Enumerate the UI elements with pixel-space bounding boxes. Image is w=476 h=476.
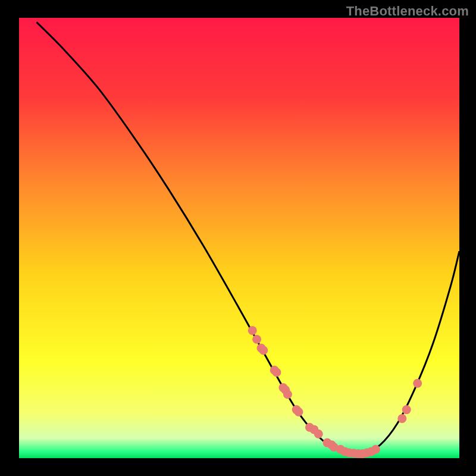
data-point bbox=[314, 430, 323, 439]
plot-background bbox=[19, 18, 459, 458]
data-point bbox=[252, 335, 261, 344]
data-point bbox=[402, 405, 411, 414]
data-point bbox=[294, 408, 303, 416]
data-point bbox=[397, 414, 406, 423]
bottleneck-chart bbox=[0, 0, 476, 476]
data-point bbox=[272, 368, 281, 377]
data-point bbox=[371, 445, 380, 454]
data-point bbox=[413, 379, 422, 388]
data-point bbox=[259, 346, 268, 355]
data-point bbox=[283, 390, 292, 399]
chart-frame: TheBottleneck.com bbox=[0, 0, 476, 476]
data-point bbox=[248, 326, 257, 335]
